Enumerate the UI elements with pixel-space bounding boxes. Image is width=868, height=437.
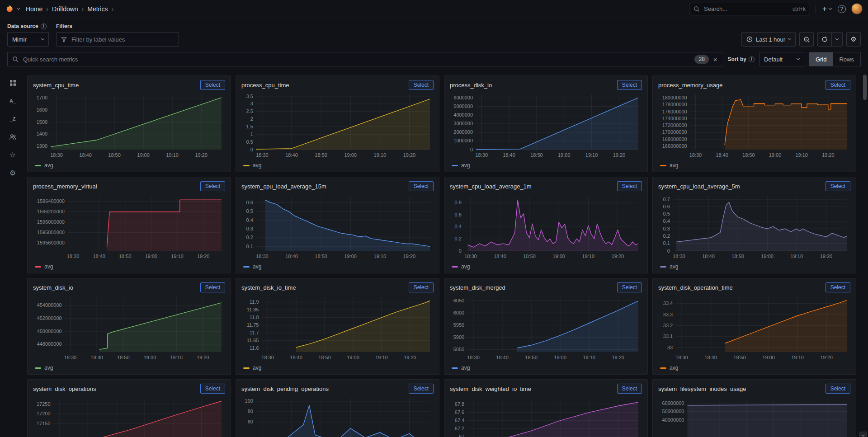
metrics-search-field[interactable]: 28 × bbox=[7, 52, 723, 66]
svg-text:50000000: 50000000 bbox=[662, 409, 684, 414]
panel-header: system_disk_io_time Select bbox=[241, 282, 434, 293]
panel-select-button[interactable]: Select bbox=[617, 282, 642, 292]
panel-chart[interactable]: 18:3018:4018:5019:0019:1019:200.10.20.30… bbox=[241, 193, 434, 262]
data-source-picker[interactable]: Mimir bbox=[7, 32, 49, 47]
refresh-interval-dropdown[interactable] bbox=[832, 32, 843, 47]
panel-legend[interactable]: avg bbox=[241, 262, 434, 272]
help-button[interactable]: ? bbox=[838, 5, 846, 13]
global-search[interactable]: ctrl+k bbox=[689, 3, 810, 15]
panel-chart[interactable]: 18:3018:4018:5019:0019:1019:200100000020… bbox=[450, 92, 642, 160]
panel-legend[interactable]: avg bbox=[241, 363, 434, 373]
star-icon: ☆ bbox=[9, 151, 16, 159]
panel-chart[interactable]: 18:3018:4018:5019:0019:1019:206080100 bbox=[241, 395, 434, 437]
panel-legend[interactable]: avg bbox=[33, 160, 225, 170]
panel-select-button[interactable]: Select bbox=[409, 80, 434, 90]
label-filter-input[interactable] bbox=[71, 36, 174, 43]
panel-chart[interactable]: 18:3018:4018:5019:0019:1019:203333.133.2… bbox=[658, 294, 850, 363]
svg-text:178000000: 178000000 bbox=[662, 102, 687, 107]
label-filter-field[interactable] bbox=[56, 32, 179, 47]
svg-text:18:30: 18:30 bbox=[467, 355, 480, 360]
panel-title: system_disk_weighted_io_time bbox=[450, 385, 531, 392]
svg-text:18:40: 18:40 bbox=[494, 254, 506, 259]
panel-legend[interactable]: avg bbox=[658, 363, 850, 373]
panel-legend[interactable]: avg bbox=[450, 262, 642, 272]
sidebar-bookmarks-button[interactable]: ☆ bbox=[6, 150, 19, 160]
global-search-input[interactable] bbox=[703, 5, 789, 13]
legend-swatch bbox=[243, 165, 250, 166]
sidebar-overview-button[interactable] bbox=[6, 77, 19, 88]
panel-header: process_disk_io Select bbox=[450, 79, 642, 91]
svg-text:40000000: 40000000 bbox=[662, 417, 684, 423]
metric-panel: system_disk_weighted_io_time Select 18:3… bbox=[444, 379, 648, 437]
panel-chart[interactable]: 18:3018:4018:5019:0019:1019:2011.611.651… bbox=[241, 294, 434, 363]
metric-panel: system_cpu_load_average_1m Select 18:301… bbox=[444, 177, 648, 273]
panel-legend[interactable]: avg bbox=[33, 363, 225, 373]
panel-select-button[interactable]: Select bbox=[617, 181, 642, 191]
time-range-picker[interactable]: Last 1 hour bbox=[741, 32, 796, 47]
panel-select-button[interactable]: Select bbox=[200, 282, 225, 292]
breadcrumb-metrics[interactable]: Metrics bbox=[87, 5, 108, 13]
panel-select-button[interactable]: Select bbox=[826, 181, 850, 191]
svg-text:166000000: 166000000 bbox=[662, 143, 687, 149]
panel-chart[interactable]: 18:3018:4018:5019:0019:1019:201300140015… bbox=[33, 92, 225, 160]
sort-select[interactable]: Default bbox=[759, 52, 804, 66]
panel-select-button[interactable]: Select bbox=[826, 282, 850, 292]
panel-legend[interactable]: avg bbox=[658, 262, 850, 272]
user-avatar[interactable] bbox=[851, 3, 863, 14]
panel-select-button[interactable]: Select bbox=[826, 384, 850, 394]
clear-search-button[interactable]: × bbox=[712, 56, 718, 63]
panel-select-button[interactable]: Select bbox=[409, 384, 434, 394]
help-icon: ? bbox=[840, 6, 844, 12]
panel-chart[interactable]: 18:3018:4018:5019:0019:1019:2066.86767.2… bbox=[450, 395, 642, 437]
panel-chart[interactable]: 18:3018:4018:5019:0019:1019:2000.20.40.6… bbox=[450, 193, 642, 262]
panel-select-button[interactable]: Select bbox=[409, 181, 434, 191]
scroll-down-button[interactable] bbox=[859, 432, 867, 437]
sidebar-prefix-filter-button[interactable]: A_ bbox=[6, 95, 19, 106]
panel-select-button[interactable]: Select bbox=[826, 80, 850, 90]
panel-header: system_cpu_load_average_1m Select bbox=[450, 180, 642, 192]
info-icon[interactable]: i bbox=[749, 56, 755, 62]
metrics-search-input[interactable] bbox=[22, 56, 691, 63]
grafana-logo[interactable] bbox=[5, 4, 14, 14]
panel-select-button[interactable]: Select bbox=[409, 282, 434, 292]
breadcrumb: Home › Drilldown › Metrics › bbox=[26, 5, 113, 13]
breadcrumb-drilldown[interactable]: Drilldown bbox=[52, 5, 78, 13]
panel-legend[interactable]: avg bbox=[658, 160, 850, 170]
panel-chart[interactable]: 18:3018:4018:5019:0019:1019:205850590059… bbox=[450, 294, 642, 363]
view-toggle-rows[interactable]: Rows bbox=[833, 52, 860, 66]
panel-select-button[interactable]: Select bbox=[200, 384, 225, 394]
panel-select-button[interactable]: Select bbox=[617, 384, 642, 394]
panel-legend[interactable]: avg bbox=[450, 160, 642, 170]
refresh-button[interactable] bbox=[817, 32, 832, 47]
panel-chart[interactable]: 18:3018:4018:5019:0019:1019:204480000004… bbox=[33, 294, 225, 363]
panel-chart[interactable]: 18:3018:4018:5019:0019:1019:204000000050… bbox=[658, 395, 850, 437]
zoom-out-button[interactable] bbox=[799, 32, 814, 47]
legend-swatch bbox=[35, 367, 41, 369]
scrollbar-thumb[interactable] bbox=[863, 75, 867, 100]
panel-chart[interactable]: 18:3018:4018:5019:0019:1019:2000.10.20.3… bbox=[658, 193, 850, 262]
panel-legend[interactable]: avg bbox=[241, 160, 434, 170]
add-new-button[interactable]: + bbox=[821, 4, 832, 14]
panel-legend[interactable]: avg bbox=[33, 262, 225, 272]
chevron-down-icon[interactable] bbox=[17, 6, 20, 9]
sidebar-groups-button[interactable] bbox=[6, 132, 19, 142]
panel-select-button[interactable]: Select bbox=[200, 80, 225, 90]
view-toggle-grid[interactable]: Grid bbox=[809, 52, 833, 66]
scrollbar[interactable] bbox=[863, 73, 867, 430]
svg-text:19:10: 19:10 bbox=[166, 152, 179, 158]
panel-chart[interactable]: 18:3018:4018:5019:0019:1019:2000.511.522… bbox=[241, 92, 434, 160]
panel-chart[interactable]: 18:3018:4018:5019:0019:1019:201715017200… bbox=[33, 395, 225, 437]
panel-select-button[interactable]: Select bbox=[200, 181, 225, 191]
sidebar-settings-button[interactable]: ⚙ bbox=[6, 168, 19, 179]
legend-label: avg bbox=[461, 365, 470, 371]
panel-chart[interactable]: 18:3018:4018:5019:0019:1019:201595600000… bbox=[33, 193, 225, 262]
panel-legend[interactable]: avg bbox=[450, 363, 642, 373]
panel-select-button[interactable]: Select bbox=[617, 80, 642, 90]
svg-text:5900: 5900 bbox=[453, 334, 464, 340]
settings-button[interactable]: ⚙ bbox=[846, 32, 861, 47]
svg-text:11.8: 11.8 bbox=[250, 315, 259, 320]
breadcrumb-home[interactable]: Home bbox=[26, 5, 42, 13]
panel-chart[interactable]: 18:3018:4018:5019:0019:1019:201660000001… bbox=[658, 92, 850, 160]
info-icon[interactable]: i bbox=[41, 23, 47, 29]
sidebar-suffix-filter-button[interactable]: _Z bbox=[6, 113, 19, 124]
